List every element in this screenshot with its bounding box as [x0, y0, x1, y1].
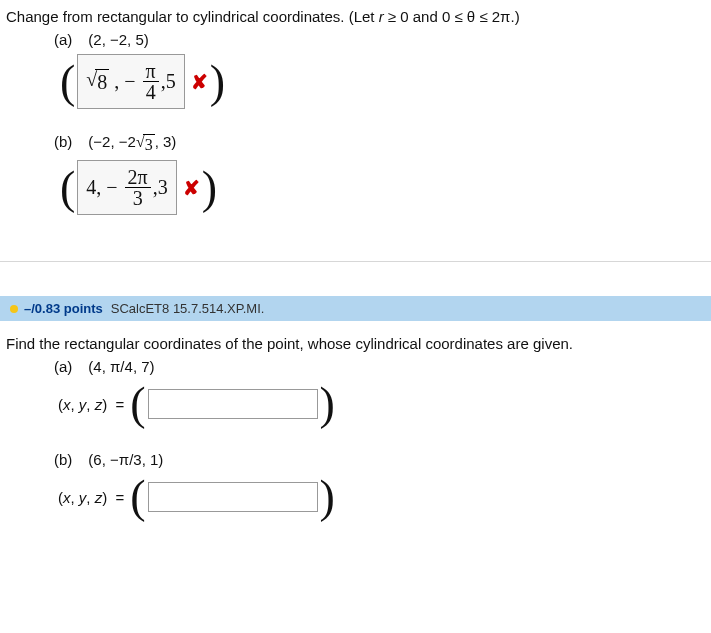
part-label: (b) — [54, 133, 72, 150]
right-paren: ) — [200, 165, 219, 211]
q1b-answer-row: ( 4, − 2π3 ,3 ✘ ) — [58, 160, 705, 215]
q2b-answer-input[interactable] — [148, 482, 318, 512]
lhs-label: (x, y, z) = — [58, 396, 124, 413]
question-1: Change from rectangular to cylindrical c… — [0, 0, 711, 257]
part-given: (−2, −2√3, 3) — [88, 133, 176, 154]
fraction: 2π3 — [125, 167, 151, 208]
lhs-label: (x, y, z) = — [58, 489, 124, 506]
part-given: (4, π/4, 7) — [88, 358, 154, 375]
status-dot-icon — [10, 305, 18, 313]
left-paren: ( — [128, 474, 147, 520]
q2-part-a: (a) (4, π/4, 7) (x, y, z) = ( ) — [54, 358, 705, 427]
q2-prompt: Find the rectangular coordinates of the … — [6, 335, 705, 352]
part-label: (a) — [54, 358, 72, 375]
q1a-answer-row: ( √8 , − π4 ,5 ✘ ) — [58, 54, 705, 109]
part-label: (b) — [54, 451, 72, 468]
q1-prompt: Change from rectangular to cylindrical c… — [6, 8, 705, 25]
question-2: Find the rectangular coordinates of the … — [0, 321, 711, 562]
left-paren: ( — [128, 381, 147, 427]
q1a-answer-box[interactable]: √8 , − π4 ,5 — [77, 54, 184, 109]
question-header: –/0.83 points SCalcET8 15.7.514.XP.MI. — [0, 296, 711, 321]
right-paren: ) — [318, 381, 337, 427]
wrong-icon: ✘ — [183, 176, 200, 200]
left-paren: ( — [58, 165, 77, 211]
fraction: π4 — [143, 61, 159, 102]
q2-part-b: (b) (6, −π/3, 1) (x, y, z) = ( ) — [54, 451, 705, 520]
sqrt-icon: √8 — [86, 69, 109, 94]
source-label: SCalcET8 15.7.514.XP.MI. — [111, 301, 265, 316]
q2b-answer-row: (x, y, z) = ( ) — [58, 474, 705, 520]
part-given: (2, −2, 5) — [88, 31, 148, 48]
q2a-answer-input[interactable] — [148, 389, 318, 419]
right-paren: ) — [318, 474, 337, 520]
left-paren: ( — [58, 59, 77, 105]
part-given: (6, −π/3, 1) — [88, 451, 163, 468]
part-label: (a) — [54, 31, 72, 48]
right-paren: ) — [208, 59, 227, 105]
wrong-icon: ✘ — [191, 70, 208, 94]
divider — [0, 261, 711, 262]
q2a-answer-row: (x, y, z) = ( ) — [58, 381, 705, 427]
q1-part-a: (a) (2, −2, 5) ( √8 , − π4 ,5 ✘ ) — [54, 31, 705, 109]
points-label: –/0.83 points — [24, 301, 103, 316]
q1-part-b: (b) (−2, −2√3, 3) ( 4, − 2π3 ,3 ✘ ) — [54, 133, 705, 215]
q1b-answer-box[interactable]: 4, − 2π3 ,3 — [77, 160, 176, 215]
